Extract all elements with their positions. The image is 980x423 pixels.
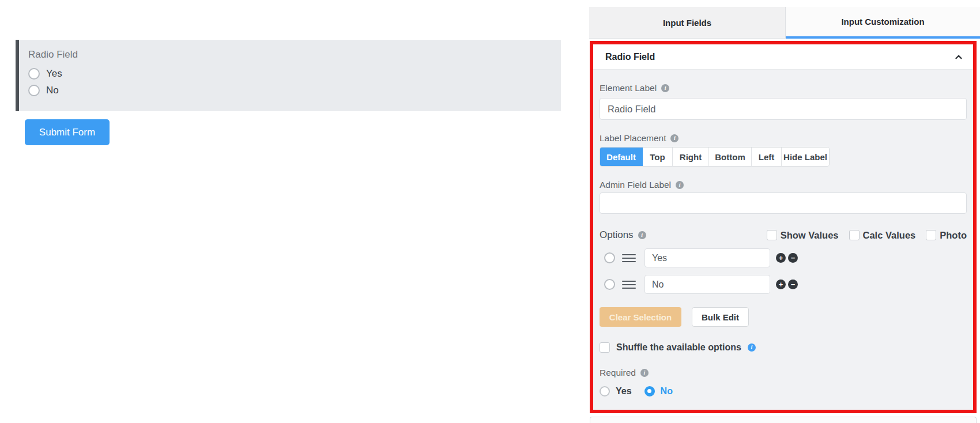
field-settings-header[interactable]: Radio Field bbox=[593, 44, 973, 70]
required-radio-row: Yes No bbox=[600, 386, 967, 396]
required-no-radio-checked[interactable] bbox=[644, 386, 655, 396]
calc-values-label: Calc Values bbox=[863, 230, 916, 241]
preview-field-label: Radio Field bbox=[28, 49, 561, 61]
placement-hide-label-button[interactable]: Hide Label bbox=[782, 148, 829, 166]
option-value-input[interactable] bbox=[644, 275, 770, 294]
required-yes-radio[interactable] bbox=[600, 386, 610, 396]
placement-top-button[interactable]: Top bbox=[643, 148, 673, 166]
clear-selection-button[interactable]: Clear Selection bbox=[600, 307, 681, 327]
tab-input-customization[interactable]: Input Customization bbox=[786, 7, 980, 39]
info-icon[interactable]: i bbox=[638, 231, 646, 239]
calc-values-checkbox-group[interactable]: Calc Values bbox=[849, 230, 916, 241]
bulk-edit-button[interactable]: Bulk Edit bbox=[692, 307, 749, 327]
next-settings-section[interactable] bbox=[590, 417, 977, 423]
required-text: Required bbox=[600, 368, 636, 377]
chevron-up-icon[interactable] bbox=[953, 52, 964, 62]
photo-label: Photo bbox=[940, 230, 967, 241]
options-actions-row: Clear Selection Bulk Edit bbox=[600, 307, 967, 327]
required-no-label[interactable]: No bbox=[661, 386, 673, 396]
editor-tabbar: Input Fields Input Customization bbox=[589, 7, 980, 39]
element-label-input[interactable] bbox=[600, 98, 967, 120]
info-icon[interactable]: i bbox=[661, 84, 669, 92]
required-label: Required i bbox=[600, 368, 967, 377]
form-preview-field[interactable]: Radio Field Yes No bbox=[16, 40, 561, 111]
options-label: Options bbox=[600, 229, 634, 241]
add-option-icon[interactable]: + bbox=[776, 280, 786, 289]
remove-option-icon[interactable]: − bbox=[788, 280, 798, 289]
photo-checkbox-group[interactable]: Photo bbox=[926, 230, 967, 241]
default-value-radio[interactable] bbox=[604, 252, 615, 263]
field-settings-title: Radio Field bbox=[605, 52, 655, 62]
preview-option-label: Yes bbox=[46, 68, 62, 80]
placement-right-button[interactable]: Right bbox=[673, 148, 709, 166]
shuffle-options-row[interactable]: Shuffle the available options i bbox=[600, 342, 967, 353]
preview-option-label: No bbox=[46, 85, 59, 96]
shuffle-options-label: Shuffle the available options bbox=[616, 342, 741, 353]
radio-unchecked-icon[interactable] bbox=[28, 68, 40, 80]
preview-radio-option-no[interactable]: No bbox=[28, 85, 561, 96]
admin-field-label-text: Admin Field Label bbox=[600, 180, 671, 190]
info-icon[interactable]: i bbox=[748, 343, 756, 352]
label-placement-group: Default Top Right Bottom Left Hide Label bbox=[600, 147, 830, 167]
drag-handle-icon[interactable] bbox=[622, 254, 636, 262]
option-row: + − bbox=[600, 248, 967, 267]
label-placement-label: Label Placement i bbox=[600, 134, 967, 143]
placement-default-button[interactable]: Default bbox=[600, 148, 643, 166]
show-values-label: Show Values bbox=[781, 230, 839, 241]
show-values-checkbox-group[interactable]: Show Values bbox=[767, 230, 839, 241]
checkbox-unchecked-icon[interactable] bbox=[849, 230, 860, 240]
input-customization-panel: Radio Field Element Label i Label Placem… bbox=[590, 41, 977, 413]
field-settings-body: Element Label i Label Placement i Defaul… bbox=[593, 70, 973, 410]
default-value-radio[interactable] bbox=[604, 279, 615, 290]
info-icon[interactable]: i bbox=[676, 181, 684, 189]
info-icon[interactable]: i bbox=[640, 369, 649, 377]
admin-field-label-input[interactable] bbox=[600, 192, 967, 214]
admin-field-label-label: Admin Field Label i bbox=[600, 180, 967, 190]
radio-unchecked-icon[interactable] bbox=[28, 85, 40, 96]
form-builder-screen: Radio Field Yes No Submit Form Input Fie… bbox=[0, 0, 980, 423]
preview-radio-option-yes[interactable]: Yes bbox=[28, 68, 561, 80]
option-row: + − bbox=[600, 275, 967, 294]
submit-form-button[interactable]: Submit Form bbox=[25, 119, 110, 145]
label-placement-text: Label Placement bbox=[600, 134, 666, 143]
remove-option-icon[interactable]: − bbox=[788, 253, 798, 263]
checkbox-unchecked-icon[interactable] bbox=[767, 230, 777, 240]
option-value-input[interactable] bbox=[644, 248, 770, 267]
placement-left-button[interactable]: Left bbox=[752, 148, 782, 166]
tab-input-fields[interactable]: Input Fields bbox=[589, 7, 786, 39]
add-option-icon[interactable]: + bbox=[776, 253, 786, 263]
checkbox-unchecked-icon[interactable] bbox=[600, 342, 610, 353]
options-header-row: Options i Show Values Calc Values Photo bbox=[600, 229, 967, 241]
drag-handle-icon[interactable] bbox=[622, 281, 636, 289]
checkbox-unchecked-icon[interactable] bbox=[926, 230, 936, 240]
options-column-toggles: Show Values Calc Values Photo bbox=[767, 230, 967, 241]
required-yes-label[interactable]: Yes bbox=[616, 386, 632, 396]
placement-bottom-button[interactable]: Bottom bbox=[709, 148, 752, 166]
element-label-label: Element Label i bbox=[600, 84, 967, 93]
element-label-text: Element Label bbox=[600, 84, 657, 93]
info-icon[interactable]: i bbox=[670, 134, 679, 142]
